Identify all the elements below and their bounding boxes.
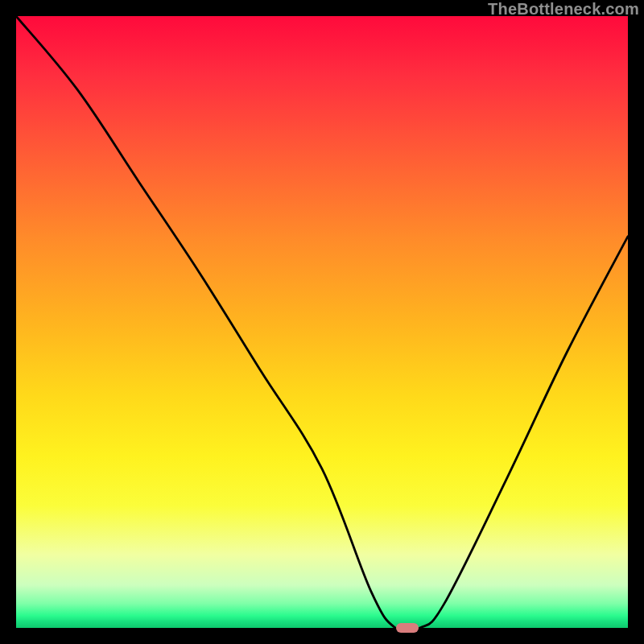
- chart-frame: TheBottleneck.com: [0, 0, 644, 644]
- curve-path: [16, 16, 628, 628]
- bottleneck-curve: [16, 16, 628, 628]
- min-marker: [396, 623, 419, 633]
- plot-area: [16, 16, 628, 628]
